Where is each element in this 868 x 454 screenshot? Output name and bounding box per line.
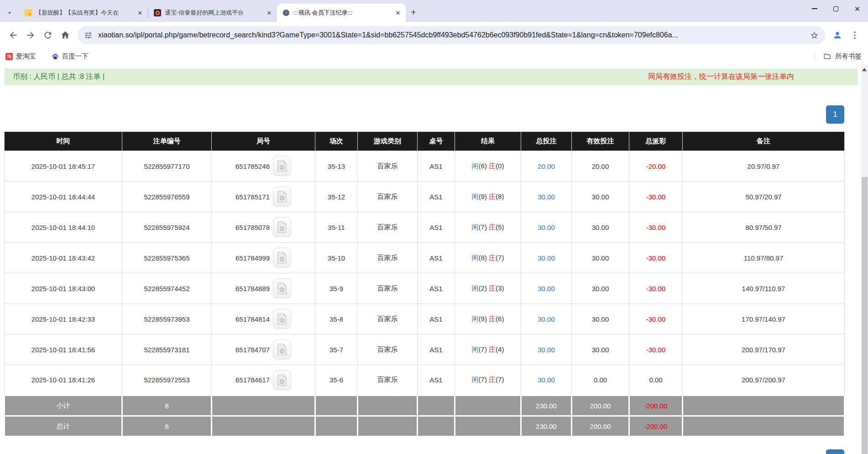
video-replay-button[interactable] xyxy=(273,217,291,237)
table-row: 2025-10-01 18:43:00522855974452651784889… xyxy=(5,273,845,304)
bet-time: 2025-10-01 18:45:17 xyxy=(5,151,122,182)
subtotal-empty-table xyxy=(418,396,455,416)
total-empty-game xyxy=(358,416,418,437)
subtotal-valid-bet: 200.00 xyxy=(572,396,629,416)
result: 闲(7) 庄(7) xyxy=(455,365,521,396)
all-bookmarks-label: 所有书签 xyxy=(835,52,862,61)
video-replay-button[interactable] xyxy=(273,278,291,298)
bookmarks-bar: 淘 爱淘宝 百度一下 所有书签 xyxy=(0,48,868,64)
tab-tongbao[interactable]: 通宝-信誉最好的网上游戏平台 ✕ xyxy=(148,4,277,22)
payout: -30.00 xyxy=(629,212,683,243)
total-empty-remark xyxy=(683,416,845,437)
game-type: 百家乐 xyxy=(358,304,418,334)
remark: 80.97/50.97 xyxy=(683,212,845,243)
session-no: 35-9 xyxy=(315,273,358,304)
col-game-type: 游戏类别 xyxy=(358,132,418,151)
bookmark-label: 爱淘宝 xyxy=(16,52,36,61)
baidu-paw-icon xyxy=(52,53,59,60)
browser-toolbar: xiaotian.so/ipl/portal.php/game/betrecor… xyxy=(0,22,868,48)
subtotal-label: 小计 xyxy=(5,396,122,416)
bet-id: 522855976559 xyxy=(122,182,212,212)
video-replay-button[interactable] xyxy=(273,339,291,360)
page-1-button-bottom[interactable]: 1 xyxy=(826,449,844,454)
subtotal-empty-remark xyxy=(683,396,845,416)
bookmark-taobao[interactable]: 淘 爱淘宝 xyxy=(5,52,36,61)
scroll-up-arrow-icon[interactable] xyxy=(862,68,867,71)
total-bet: 30.00 xyxy=(521,212,572,243)
valid-bet: 30.00 xyxy=(572,212,629,243)
total-bet: 30.00 xyxy=(521,243,572,273)
table-row: 2025-10-01 18:44:44522855976559651785171… xyxy=(5,182,845,212)
col-session: 场次 xyxy=(315,132,358,151)
tab-search-chevron-icon[interactable] xyxy=(0,4,19,22)
video-replay-button[interactable] xyxy=(273,309,291,329)
new-tab-button[interactable]: + xyxy=(406,5,421,20)
tab-close-icon[interactable]: ✕ xyxy=(136,9,144,17)
payout: -30.00 xyxy=(629,182,683,212)
site-settings-icon[interactable] xyxy=(84,31,93,40)
col-valid-bet: 有效投注 xyxy=(572,132,629,151)
valid-bet: 30.00 xyxy=(572,273,629,304)
address-bar[interactable]: xiaotian.so/ipl/portal.php/game/betrecor… xyxy=(78,26,825,44)
all-bookmarks[interactable]: 所有书签 xyxy=(814,52,862,61)
total-empty-session xyxy=(315,416,358,437)
bookmarks-divider xyxy=(814,52,815,61)
scrollbar[interactable] xyxy=(861,64,868,454)
tongbao-favicon-icon xyxy=(154,9,161,16)
result: 闲(7) 庄(4) xyxy=(455,334,521,365)
folder-icon xyxy=(823,52,831,60)
back-icon[interactable] xyxy=(5,26,22,44)
page-1-button[interactable]: 1 xyxy=(826,105,844,124)
summary-bar: 币别 : 人民币 | 总共 :8 注单 | 同局有效投注，统一计算在该局第一张注… xyxy=(5,68,858,85)
col-bet-id: 注单编号 xyxy=(122,132,212,151)
round-no: 651784617 xyxy=(212,365,315,396)
video-replay-icon xyxy=(277,374,287,386)
bet-time: 2025-10-01 18:44:44 xyxy=(5,182,122,212)
game-type: 百家乐 xyxy=(358,212,418,243)
star-icon[interactable] xyxy=(810,31,819,40)
video-replay-icon xyxy=(277,160,287,172)
profile-avatar-icon[interactable] xyxy=(829,26,846,44)
bet-time: 2025-10-01 18:43:00 xyxy=(5,273,122,304)
table-row: 2025-10-01 18:41:56522855973181651784707… xyxy=(5,334,845,365)
valid-bet: 30.00 xyxy=(572,182,629,212)
warning-text: 同局有效投注，统一计算在该局第一张注单内 xyxy=(648,72,794,82)
menu-dots-icon[interactable] xyxy=(846,26,863,44)
close-button[interactable]: ✕ xyxy=(847,0,868,17)
tab-bet-records[interactable]: :::视讯 会员下注纪录::: ✕ xyxy=(277,4,406,22)
result: 闲(6) 庄(0) xyxy=(455,151,521,182)
window-controls: ✕ xyxy=(804,0,868,17)
tab-close-icon[interactable]: ✕ xyxy=(265,9,273,17)
video-replay-button[interactable] xyxy=(273,156,291,176)
table-no: AS1 xyxy=(418,151,455,182)
total-bet: 30.00 xyxy=(521,334,572,365)
tab-close-icon[interactable]: ✕ xyxy=(394,9,402,17)
bet-id: 522855975365 xyxy=(122,243,212,273)
reload-icon[interactable] xyxy=(39,26,57,44)
valid-bet: 30.00 xyxy=(572,243,629,273)
scrollbar-thumb[interactable] xyxy=(862,177,868,454)
col-result: 结果 xyxy=(455,132,521,151)
total-payout: -200.00 xyxy=(629,416,683,437)
round-no: 651785171 xyxy=(212,182,315,212)
video-replay-button[interactable] xyxy=(273,187,291,207)
video-replay-button[interactable] xyxy=(273,248,291,268)
table-footer: 小计8230.00200.00-200.00总计8230.00200.00-20… xyxy=(5,396,845,437)
bet-time: 2025-10-01 18:43:42 xyxy=(5,243,122,273)
remark: 170.97/140.97 xyxy=(683,304,845,334)
bookmark-baidu[interactable]: 百度一下 xyxy=(52,52,89,61)
tab-forum[interactable]: 【新提醒】【实战有奖】今天在 ✕ xyxy=(19,4,148,22)
bet-records-table: 时间 注单编号 局号 场次 游戏类别 桌号 结果 总投注 有效投注 总派彩 备注… xyxy=(4,131,845,437)
total-row: 总计8230.00200.00-200.00 xyxy=(5,416,845,437)
maximize-button[interactable] xyxy=(825,0,847,17)
video-replay-button[interactable] xyxy=(273,370,291,390)
forward-icon[interactable] xyxy=(22,26,39,44)
table-body: 2025-10-01 18:45:17522855977170651785246… xyxy=(5,151,845,396)
result: 闲(9) 庄(6) xyxy=(455,304,521,334)
table-row: 2025-10-01 18:43:42522855975365651784999… xyxy=(5,243,845,273)
game-type: 百家乐 xyxy=(358,334,418,365)
minimize-button[interactable] xyxy=(804,0,825,17)
home-icon[interactable] xyxy=(57,26,74,44)
game-type: 百家乐 xyxy=(358,182,418,212)
bet-id: 522855972553 xyxy=(122,365,212,396)
